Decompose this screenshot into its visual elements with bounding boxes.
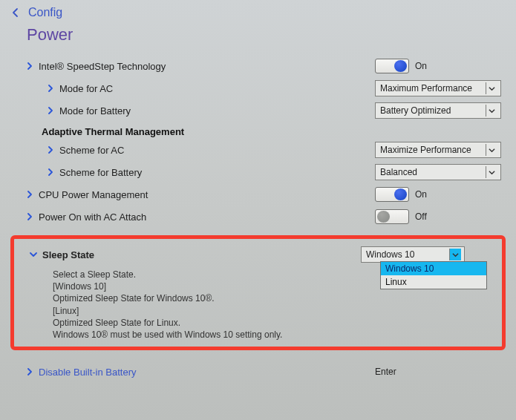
chevron-down-icon: [486, 144, 497, 156]
select-mode-battery-value: Battery Optimized: [380, 105, 451, 116]
sleep-state-dropdown[interactable]: Windows 10 Linux: [380, 261, 487, 289]
speedstep-label: Intel® SpeedStep Technology: [39, 61, 375, 72]
chevron-down-icon: [25, 251, 42, 258]
row-ac-attach[interactable]: Power On with AC Attach Off: [0, 206, 516, 228]
select-mode-ac[interactable]: Maximum Performance: [375, 80, 501, 96]
row-disable-battery[interactable]: Disable Built-in Battery Enter: [0, 361, 516, 383]
sleep-option-windows10[interactable]: Windows 10: [381, 262, 486, 275]
select-mode-ac-value: Maximum Performance: [380, 83, 472, 93]
chevron-down-icon: [486, 105, 497, 117]
chevron-right-icon: [21, 213, 39, 220]
chevron-down-icon: [486, 82, 497, 94]
chevron-right-icon: [42, 107, 59, 114]
sleep-state-section: Sleep State Windows 10 Select a Sleep St…: [10, 235, 506, 350]
disable-battery-label[interactable]: Disable Built-in Battery: [39, 367, 375, 378]
toggle-cpu-power[interactable]: [375, 187, 409, 202]
page-title: Power: [0, 19, 516, 55]
select-mode-battery[interactable]: Battery Optimized: [375, 102, 501, 119]
row-speedstep[interactable]: Intel® SpeedStep Technology On: [0, 55, 516, 77]
chevron-right-icon: [42, 168, 59, 176]
row-mode-ac[interactable]: Mode for AC Maximum Performance: [0, 77, 516, 99]
cpu-power-label: CPU Power Management: [39, 189, 375, 200]
speedstep-state: On: [415, 61, 427, 71]
ac-attach-label: Power On with AC Attach: [39, 211, 375, 223]
breadcrumb[interactable]: Config: [28, 6, 62, 19]
chevron-right-icon: [21, 368, 39, 375]
ac-attach-state: Off: [415, 211, 427, 222]
chevron-right-icon: [42, 85, 59, 92]
disable-battery-action: Enter: [375, 367, 396, 377]
row-scheme-battery[interactable]: Scheme for Battery Balanced: [0, 161, 516, 183]
row-cpu-power[interactable]: CPU Power Management On: [0, 183, 516, 206]
chevron-right-icon: [21, 191, 39, 198]
heading-thermal: Adaptive Thermal Management: [0, 126, 516, 137]
cpu-power-state: On: [415, 189, 427, 200]
select-scheme-ac-value: Maximize Performance: [380, 145, 471, 155]
select-sleep-state-value: Windows 10: [366, 249, 414, 260]
select-sleep-state[interactable]: Windows 10: [361, 246, 465, 263]
sleep-state-label: Sleep State: [42, 249, 361, 260]
toggle-speedstep[interactable]: [375, 59, 409, 73]
scheme-ac-label: Scheme for AC: [59, 145, 375, 156]
row-mode-battery[interactable]: Mode for Battery Battery Optimized: [0, 99, 516, 122]
sleep-option-linux[interactable]: Linux: [381, 275, 486, 289]
select-scheme-battery-value: Balanced: [380, 167, 417, 177]
select-scheme-ac[interactable]: Maximize Performance: [375, 142, 501, 158]
back-arrow-icon[interactable]: [10, 7, 21, 18]
scheme-battery-label: Scheme for Battery: [59, 167, 375, 178]
mode-ac-label: Mode for AC: [59, 83, 375, 94]
chevron-right-icon: [21, 62, 39, 70]
chevron-right-icon: [42, 146, 59, 154]
chevron-down-icon: [486, 166, 497, 178]
toggle-ac-attach[interactable]: [375, 209, 409, 224]
chevron-down-icon: [449, 249, 461, 260]
select-scheme-battery[interactable]: Balanced: [375, 164, 501, 180]
row-scheme-ac[interactable]: Scheme for AC Maximize Performance: [0, 139, 516, 161]
mode-battery-label: Mode for Battery: [59, 105, 375, 117]
